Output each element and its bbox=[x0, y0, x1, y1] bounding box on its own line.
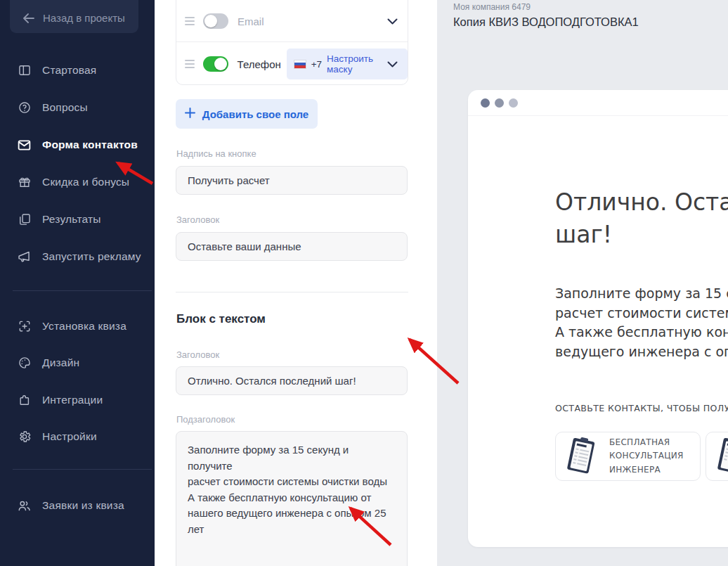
sidebar-item-install-quiz[interactable]: Установка квиза bbox=[0, 317, 155, 335]
drag-handle-icon[interactable] bbox=[185, 60, 195, 68]
sidebar-item-label: Установка квиза bbox=[42, 320, 126, 333]
window-dot-icon bbox=[495, 98, 504, 108]
puzzle-icon bbox=[17, 393, 32, 408]
field-row-email: Email bbox=[176, 1, 408, 41]
text-block-section-title: Блок с текстом bbox=[176, 312, 266, 326]
chevron-down-icon[interactable] bbox=[387, 18, 398, 25]
form-fields-card: Email Телефон +7 Настроить маску bbox=[176, 0, 408, 85]
russia-flag-icon bbox=[294, 60, 306, 69]
gift-icon bbox=[17, 175, 32, 190]
sidebar-item-startpage[interactable]: Стартовая bbox=[0, 61, 155, 79]
sidebar-item-label: Результаты bbox=[42, 213, 101, 226]
envelope-icon bbox=[17, 138, 32, 153]
question-icon bbox=[17, 101, 32, 115]
text-block-title-label: Заголовок bbox=[176, 349, 219, 360]
field-label-email: Email bbox=[238, 15, 264, 27]
bonus-card[interactable] bbox=[706, 432, 728, 481]
sidebar-divider bbox=[13, 469, 152, 470]
email-toggle[interactable] bbox=[203, 13, 228, 29]
text-block-subtitle-label: Подзаголовок bbox=[176, 414, 235, 425]
preview-heading: Отлично. Остался последний шаг! bbox=[555, 186, 728, 251]
gear-icon bbox=[17, 430, 32, 444]
preview-panel: Моя компания 6479 Копия КВИЗ ВОДОПОДГОТО… bbox=[437, 0, 728, 566]
button-caption-label: Надпись на кнопке bbox=[176, 148, 256, 159]
field-label-phone: Телефон bbox=[238, 58, 281, 70]
bonus-cards-row: БЕСПЛАТНАЯ КОНСУЛЬТАЦИЯ ИНЖЕНЕРА bbox=[555, 432, 728, 481]
bonus-card[interactable]: БЕСПЛАТНАЯ КОНСУЛЬТАЦИЯ ИНЖЕНЕРА bbox=[555, 432, 701, 481]
phone-toggle[interactable] bbox=[203, 56, 228, 72]
preview-contacts-label: ОСТАВЬТЕ КОНТАКТЫ, ЧТОБЫ ПОЛУЧИТЬ: bbox=[555, 403, 728, 413]
quiz-preview-window: Отлично. Остался последний шаг! Заполнит… bbox=[468, 90, 728, 547]
quiz-title: Копия КВИЗ ВОДОПОДГОТОВКА1 bbox=[453, 15, 639, 29]
sidebar-item-label: Заявки из квиза bbox=[42, 499, 124, 512]
sidebar-item-label: Форма контактов bbox=[42, 139, 138, 151]
sidebar-item-launch-ads[interactable]: Запустить рекламу bbox=[0, 247, 155, 266]
sidebar-item-discounts[interactable]: Скидка и бонусы bbox=[0, 173, 155, 191]
phone-prefix: +7 bbox=[311, 59, 322, 70]
people-icon bbox=[17, 499, 32, 513]
sidebar-item-contact-form[interactable]: Форма контактов bbox=[0, 136, 155, 154]
field-row-phone: Телефон +7 Настроить маску bbox=[176, 41, 408, 86]
form-title-input[interactable]: Оставьте ваши данные bbox=[176, 232, 408, 261]
sidebar-item-label: Стартовая bbox=[42, 64, 96, 77]
checklist-clipboard-icon bbox=[559, 435, 602, 478]
preview-window-header bbox=[468, 90, 728, 116]
sidebar-item-questions[interactable]: Вопросы bbox=[0, 98, 155, 117]
back-to-projects-button[interactable]: Назад в проекты bbox=[10, 0, 138, 33]
text-block-title-input[interactable]: Отлично. Остался последний шаг! bbox=[176, 366, 408, 395]
palette-icon bbox=[17, 356, 32, 371]
megaphone-icon bbox=[17, 250, 32, 264]
add-custom-field-button[interactable]: Добавить свое поле bbox=[176, 99, 318, 129]
bonus-card-title: БЕСПЛАТНАЯ КОНСУЛЬТАЦИЯ ИНЖЕНЕРА bbox=[609, 436, 684, 477]
add-custom-field-label: Добавить свое поле bbox=[202, 108, 308, 120]
sidebar-item-results[interactable]: Результаты bbox=[0, 210, 155, 229]
sidebar-item-settings[interactable]: Настройки bbox=[0, 427, 155, 446]
window-dot-icon bbox=[481, 98, 490, 108]
sidebar-item-label: Интеграции bbox=[42, 394, 103, 406]
section-divider bbox=[176, 292, 408, 292]
quiz-builder-window: Назад в проекты Стартовая Вопросы Форма … bbox=[0, 0, 728, 566]
sidebar: Назад в проекты Стартовая Вопросы Форма … bbox=[0, 0, 155, 566]
chevron-down-icon[interactable] bbox=[387, 61, 398, 67]
checklist-clipboard-icon bbox=[709, 435, 728, 478]
sidebar-item-design[interactable]: Дизайн bbox=[0, 354, 155, 372]
company-name: Моя компания 6479 bbox=[453, 2, 531, 12]
text-block-subtitle-textarea[interactable]: Заполните форму за 15 секунд и получите … bbox=[176, 431, 408, 566]
sidebar-item-label: Дизайн bbox=[42, 356, 79, 369]
copy-icon bbox=[17, 212, 32, 227]
plus-icon bbox=[185, 108, 195, 120]
sidebar-item-quiz-leads[interactable]: Заявки из квиза bbox=[0, 496, 155, 515]
sidebar-divider bbox=[13, 290, 152, 291]
frame-plus-icon bbox=[17, 319, 32, 334]
sidebar-item-integrations[interactable]: Интеграции bbox=[0, 391, 155, 409]
contact-form-settings-panel: Email Телефон +7 Настроить маску bbox=[155, 0, 430, 566]
preview-subtitle-text: Заполните форму за 15 секунд и получите … bbox=[555, 284, 728, 361]
back-to-projects-label: Назад в проекты bbox=[43, 12, 125, 24]
form-title-label: Заголовок bbox=[176, 214, 219, 225]
sidebar-item-label: Настройки bbox=[42, 430, 97, 443]
arrow-left-icon bbox=[22, 13, 34, 23]
sidebar-item-label: Скидка и бонусы bbox=[42, 176, 129, 188]
columns-icon bbox=[17, 63, 32, 78]
window-dot-icon bbox=[509, 98, 518, 108]
sidebar-item-label: Вопросы bbox=[42, 101, 88, 114]
sidebar-item-label: Запустить рекламу bbox=[42, 250, 141, 263]
drag-handle-icon[interactable] bbox=[185, 17, 195, 25]
button-caption-input[interactable]: Получить расчет bbox=[176, 166, 408, 195]
